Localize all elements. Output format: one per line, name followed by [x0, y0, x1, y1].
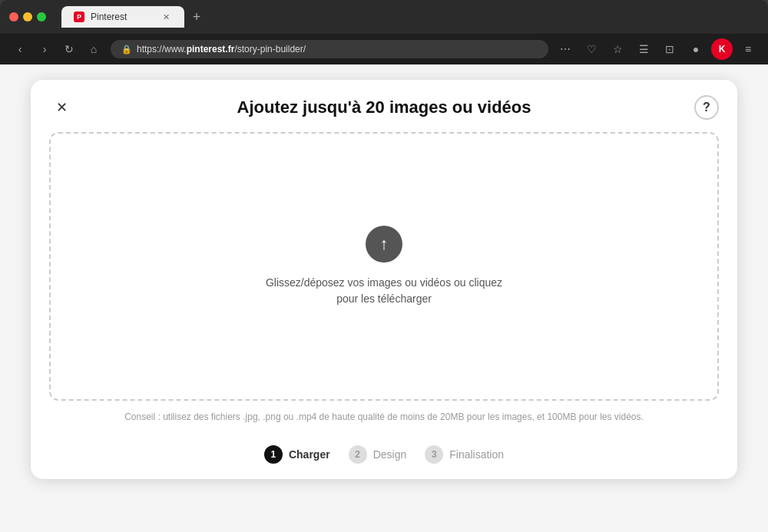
upload-arrow: ↑ — [380, 234, 389, 254]
hint-text: Conseil : utilisez des fichiers .jpg, .p… — [49, 401, 719, 433]
star-button[interactable]: ☆ — [607, 38, 628, 60]
minimize-window-dot[interactable] — [23, 12, 32, 21]
step-2-circle: 2 — [349, 445, 367, 464]
close-window-dot[interactable] — [9, 12, 18, 21]
bookmark-button[interactable]: ♡ — [581, 38, 602, 60]
forward-button[interactable]: › — [34, 38, 55, 60]
drop-zone-text: Glissez/déposez vos images ou vidéos ou … — [261, 275, 507, 307]
tab-close-button[interactable]: ✕ — [160, 11, 172, 23]
reading-list-button[interactable]: ☰ — [633, 38, 654, 60]
extensions-button[interactable]: ⋯ — [554, 38, 576, 60]
step-1: 1 Charger — [264, 445, 330, 464]
url-text: https://www.pinterest.fr/story-pin-build… — [137, 44, 306, 55]
modal-footer: 1 Charger 2 Design 3 Finalisation — [31, 433, 737, 479]
step-2: 2 Design — [349, 445, 407, 464]
upload-icon: ↑ — [366, 226, 402, 263]
step-3-circle: 3 — [425, 445, 443, 464]
step-3-label: Finalisation — [449, 448, 504, 461]
reload-button[interactable]: ↻ — [58, 38, 80, 60]
pocket-button[interactable]: ⊡ — [659, 38, 680, 60]
new-tab-button[interactable]: + — [186, 6, 207, 28]
modal-title: Ajoutez jusqu'à 20 images ou vidéos — [74, 97, 694, 117]
upload-modal: ✕ Ajoutez jusqu'à 20 images ou vidéos ? … — [31, 80, 737, 479]
address-bar: ‹ › ↻ ⌂ 🔒 https://www.pinterest.fr/story… — [0, 34, 768, 64]
modal-header: ✕ Ajoutez jusqu'à 20 images ou vidéos ? — [31, 80, 737, 132]
maximize-window-dot[interactable] — [37, 12, 46, 21]
step-1-circle: 1 — [264, 445, 283, 464]
modal-close-button[interactable]: ✕ — [49, 95, 74, 120]
active-tab[interactable]: P Pinterest ✕ — [61, 6, 184, 28]
tab-title-label: Pinterest — [91, 12, 127, 22]
window-controls — [9, 12, 46, 21]
account-button[interactable]: ● — [685, 38, 707, 60]
nav-buttons: ‹ › ↻ ⌂ — [9, 38, 104, 60]
back-button[interactable]: ‹ — [9, 38, 31, 60]
drop-zone[interactable]: ↑ Glissez/déposez vos images ou vidéos o… — [49, 132, 719, 401]
tabs-bar: P Pinterest ✕ + — [52, 6, 217, 28]
account-initial[interactable]: K — [711, 38, 733, 60]
toolbar-right: ⋯ ♡ ☆ ☰ ⊡ ● K ≡ — [554, 38, 759, 60]
help-button[interactable]: ? — [694, 95, 719, 120]
title-bar: P Pinterest ✕ + — [0, 0, 768, 34]
step-1-label: Charger — [289, 448, 330, 461]
step-3: 3 Finalisation — [425, 445, 504, 464]
menu-button[interactable]: ≡ — [737, 38, 759, 60]
modal-body: ↑ Glissez/déposez vos images ou vidéos o… — [31, 132, 737, 433]
step-2-label: Design — [373, 448, 407, 461]
browser-chrome: P Pinterest ✕ + ‹ › ↻ ⌂ 🔒 https://www.pi… — [0, 0, 768, 64]
url-bar[interactable]: 🔒 https://www.pinterest.fr/story-pin-bui… — [111, 40, 548, 58]
lock-icon: 🔒 — [121, 45, 132, 55]
tab-favicon: P — [74, 12, 84, 22]
page-content: ✕ Ajoutez jusqu'à 20 images ou vidéos ? … — [0, 64, 768, 532]
home-button[interactable]: ⌂ — [83, 38, 104, 60]
